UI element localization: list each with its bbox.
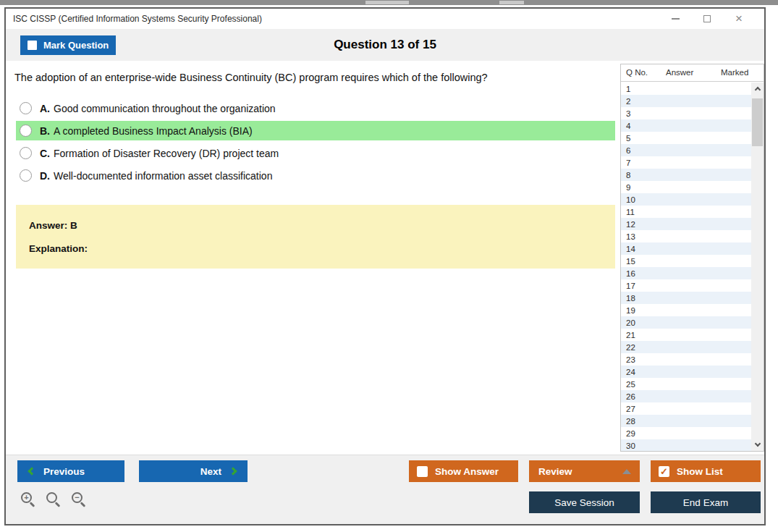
question-list-row[interactable]: 19	[621, 304, 751, 316]
question-list-row[interactable]: 10	[621, 193, 751, 206]
option-letter: A.	[40, 103, 50, 114]
review-button[interactable]: Review	[529, 460, 640, 482]
option-text: Formation of Disaster Recovery (DR) proj…	[54, 148, 279, 159]
column-header-marked: Marked	[721, 68, 748, 77]
question-list-row[interactable]: 22	[621, 341, 751, 353]
review-label: Review	[538, 466, 572, 477]
radio-button[interactable]	[20, 102, 32, 114]
question-list-row[interactable]: 20	[621, 316, 751, 329]
question-list-row[interactable]: 11	[621, 206, 751, 218]
app-window: ISC CISSP (Certified Information Systems…	[4, 7, 766, 525]
question-list-row[interactable]: 3	[621, 107, 751, 119]
show-list-checkbox[interactable]: ✓	[659, 466, 669, 477]
show-answer-button[interactable]: Show Answer	[409, 460, 518, 482]
question-list-row[interactable]: 21	[621, 329, 751, 341]
question-text: The adoption of an enterprise-wide Busin…	[14, 72, 593, 83]
zoom-in-button[interactable]: +	[20, 491, 38, 509]
scrollbar-thumb[interactable]	[752, 98, 763, 146]
footer-bar: Previous Next + − Show Answer Review	[6, 455, 764, 524]
option-row-c[interactable]: C.Formation of Disaster Recovery (DR) pr…	[16, 143, 615, 163]
end-exam-label: End Exam	[683, 497, 728, 508]
scroll-down-button[interactable]	[751, 439, 764, 451]
question-list-row[interactable]: 16	[621, 267, 751, 279]
previous-button[interactable]: Previous	[17, 460, 124, 482]
minimize-button[interactable]	[670, 14, 680, 24]
chevron-right-icon	[229, 467, 237, 475]
previous-label: Previous	[43, 466, 85, 477]
background-window-edge	[0, 0, 778, 5]
answer-label: Answer: B	[29, 220, 602, 231]
question-list-row[interactable]: 12	[621, 218, 751, 230]
question-list-row[interactable]: 23	[621, 353, 751, 366]
show-list-label: Show List	[677, 466, 723, 477]
maximize-icon	[703, 15, 711, 22]
question-list-row[interactable]: 9	[621, 181, 751, 193]
question-list-row[interactable]: 27	[621, 402, 751, 415]
zoom-tools: + −	[20, 491, 88, 509]
question-list-row[interactable]: 26	[621, 390, 751, 402]
window-controls: ×	[670, 14, 744, 24]
question-list-row[interactable]: 15	[621, 255, 751, 267]
header-band: Mark Question Question 13 of 15	[6, 29, 764, 61]
question-counter: Question 13 of 15	[6, 38, 764, 52]
option-text: A completed Business Impact Analysis (BI…	[54, 125, 253, 137]
zoom-reset-button[interactable]	[46, 491, 63, 509]
question-list-row[interactable]: 18	[621, 292, 751, 304]
options-list: A.Good communication throughout the orga…	[16, 98, 615, 188]
show-answer-checkbox[interactable]	[417, 466, 428, 477]
close-icon: ×	[735, 14, 743, 24]
question-list-row[interactable]: 25	[621, 378, 751, 390]
question-list-row[interactable]: 28	[621, 415, 751, 427]
save-session-label: Save Session	[554, 497, 614, 508]
titlebar: ISC CISSP (Certified Information Systems…	[6, 9, 764, 29]
question-list-row[interactable]: 6	[621, 144, 751, 156]
question-list-row[interactable]: 1	[621, 83, 751, 95]
question-list-header: Q No. Answer Marked	[621, 64, 764, 82]
save-session-button[interactable]: Save Session	[529, 491, 640, 513]
answer-box: Answer: B Explanation:	[16, 205, 615, 269]
minimize-icon	[672, 18, 680, 20]
column-header-qno: Q No.	[626, 68, 648, 77]
scroll-up-button[interactable]	[751, 83, 764, 95]
window-title: ISC CISSP (Certified Information Systems…	[13, 14, 262, 24]
explanation-label: Explanation:	[29, 243, 602, 254]
show-answer-label: Show Answer	[435, 466, 499, 477]
question-list-body: 1234567891011121314151617181920212223242…	[621, 83, 751, 451]
question-list-panel: Q No. Answer Marked 12345678910111213141…	[620, 64, 764, 452]
maximize-button[interactable]	[702, 14, 712, 24]
option-row-a[interactable]: A.Good communication throughout the orga…	[16, 98, 615, 118]
question-list-row[interactable]: 2	[621, 95, 751, 107]
question-list-scrollbar[interactable]	[751, 83, 764, 451]
end-exam-button[interactable]: End Exam	[651, 491, 761, 513]
option-text: Well-documented information asset classi…	[54, 170, 272, 182]
triangle-up-icon	[622, 469, 631, 474]
question-list-row[interactable]: 13	[621, 230, 751, 242]
question-list-row[interactable]: 17	[621, 279, 751, 292]
option-text: Good communication throughout the organi…	[54, 103, 276, 114]
chevron-left-icon	[28, 467, 35, 475]
zoom-out-button[interactable]: −	[71, 491, 88, 509]
question-list-row[interactable]: 8	[621, 169, 751, 181]
question-list-row[interactable]: 7	[621, 156, 751, 169]
question-list-row[interactable]: 24	[621, 366, 751, 378]
radio-button[interactable]	[20, 124, 32, 137]
next-button[interactable]: Next	[139, 460, 248, 482]
show-list-button[interactable]: ✓ Show List	[651, 460, 761, 482]
chevron-down-icon	[754, 441, 760, 447]
question-list-row[interactable]: 14	[621, 242, 751, 255]
option-row-b[interactable]: B.A completed Business Impact Analysis (…	[16, 121, 615, 140]
option-letter: C.	[40, 148, 50, 159]
question-list-row[interactable]: 5	[621, 132, 751, 144]
radio-button[interactable]	[20, 169, 32, 182]
column-header-answer: Answer	[666, 68, 693, 77]
question-list-row[interactable]: 30	[621, 439, 751, 451]
question-list-row[interactable]: 4	[621, 119, 751, 132]
close-button[interactable]: ×	[734, 14, 744, 24]
question-list-row[interactable]: 29	[621, 427, 751, 439]
option-letter: B.	[40, 125, 50, 137]
option-letter: D.	[40, 170, 50, 182]
next-label: Next	[200, 466, 221, 477]
option-row-d[interactable]: D.Well-documented information asset clas…	[16, 166, 615, 185]
chevron-up-icon	[754, 87, 760, 93]
radio-button[interactable]	[20, 147, 32, 159]
